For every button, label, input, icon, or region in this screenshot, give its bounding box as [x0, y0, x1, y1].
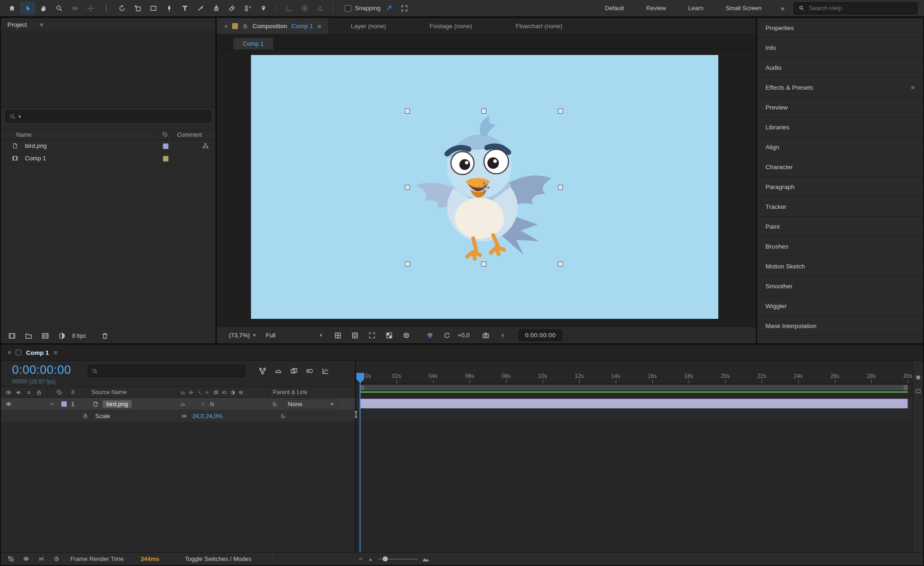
exposure-value[interactable]: +0,0 — [458, 332, 470, 339]
dock-tab-brushes[interactable]: Brushes — [757, 237, 923, 256]
3d-view-icon[interactable] — [400, 329, 412, 341]
hide-shy-layers-icon[interactable] — [272, 365, 284, 377]
dock-tab-effects-presets[interactable]: Effects & Presets≡ — [757, 78, 923, 97]
snapshot-icon[interactable] — [480, 329, 492, 341]
work-area-bar[interactable] — [360, 385, 908, 390]
expand-render-time-pane-icon[interactable] — [50, 553, 63, 565]
help-search[interactable] — [794, 2, 918, 14]
label-color-chip[interactable] — [163, 156, 169, 162]
selection-handle[interactable] — [481, 109, 486, 114]
pen-tool[interactable] — [162, 1, 177, 15]
motion-blur-icon[interactable] — [303, 365, 316, 377]
snap-options-icon[interactable] — [381, 1, 396, 15]
layer-fx-switch[interactable]: fx — [210, 398, 214, 410]
zoom-out-mountain-icon[interactable] — [368, 556, 374, 562]
layer-quality-switch[interactable] — [201, 398, 206, 410]
new-composition-button[interactable] — [39, 330, 51, 341]
graph-editor-icon[interactable] — [319, 365, 331, 377]
scale-property-row[interactable]: Scale 24,0,24,0% — [1, 410, 355, 422]
dock-tab-preview[interactable]: Preview — [757, 97, 923, 117]
composition-canvas[interactable] — [251, 55, 718, 319]
comp-button-icon[interactable] — [915, 388, 921, 394]
dock-tab-paint[interactable]: Paint — [757, 217, 923, 237]
view-axis-mode-icon[interactable] — [313, 1, 328, 15]
type-tool[interactable] — [177, 1, 192, 15]
rectangle-tool[interactable] — [146, 1, 161, 15]
selection-handle[interactable] — [405, 185, 410, 190]
interpret-footage-button[interactable] — [6, 330, 18, 341]
roto-brush-tool[interactable] — [240, 1, 255, 15]
brush-tool[interactable] — [193, 1, 208, 15]
close-tab-icon[interactable]: × — [7, 349, 11, 356]
flowchart-tab[interactable]: Flowchart (none) — [494, 18, 584, 34]
project-item-name[interactable]: bird.png — [25, 142, 47, 149]
project-item-comp[interactable]: Comp 1 — [1, 152, 215, 165]
dolly-tool[interactable] — [99, 1, 114, 15]
layer-tab[interactable]: Layer (none) — [329, 18, 408, 34]
scale-value[interactable]: 24,0,24,0% — [192, 410, 223, 422]
workspace-learn[interactable]: Learn — [677, 0, 715, 16]
dock-tab-character[interactable]: Character — [757, 157, 923, 177]
mini-flowchart-icon[interactable] — [256, 365, 269, 377]
dock-tab-info[interactable]: Info — [757, 38, 923, 58]
workspace-overflow-button[interactable]: » — [772, 5, 793, 12]
project-item-name[interactable]: Comp 1 — [25, 155, 46, 162]
layer-duration-bar[interactable] — [360, 399, 908, 408]
footage-tab[interactable]: Footage (none) — [408, 18, 494, 34]
grid-guides-icon[interactable] — [331, 329, 344, 341]
frame-blending-icon[interactable] — [288, 365, 300, 377]
timeline-search[interactable] — [88, 365, 245, 377]
panel-menu-icon[interactable]: ≡ — [54, 349, 57, 356]
zoom-caret-icon[interactable] — [358, 556, 364, 562]
parent-pickwhip-icon[interactable] — [272, 398, 278, 410]
comp-viewer-tab[interactable]: Comp 1 — [233, 38, 273, 49]
puppet-pin-tool[interactable] — [256, 1, 271, 15]
region-of-interest-icon[interactable] — [366, 329, 378, 341]
toggle-switches-modes-button[interactable]: Toggle Switches / Modes — [185, 553, 251, 565]
zoom-slider-handle[interactable] — [383, 556, 388, 561]
bpc-button[interactable]: 8 bpc — [72, 333, 86, 339]
workspace-review[interactable]: Review — [635, 0, 677, 16]
hand-tool[interactable] — [36, 1, 51, 15]
dock-tab-smoother[interactable]: Smoother — [757, 276, 923, 296]
help-search-input[interactable] — [808, 4, 912, 12]
transparency-grid-icon[interactable] — [383, 329, 395, 341]
panel-menu-icon[interactable]: ≡ — [911, 84, 915, 91]
dock-tab-tracker[interactable]: Tracker — [757, 197, 923, 217]
column-name[interactable]: Name — [16, 132, 31, 138]
dock-tab-wiggler[interactable]: Wiggler — [757, 296, 923, 316]
trash-button[interactable] — [99, 330, 111, 341]
selection-handle[interactable] — [481, 262, 486, 267]
dock-tab-align[interactable]: Align — [757, 137, 923, 157]
pan-behind-tool[interactable] — [130, 1, 145, 15]
time-ruler[interactable]: 0s 02s 04s 06s 08s 10s 12s 14s 16s 18s 2… — [356, 361, 912, 384]
rotation-tool[interactable] — [115, 1, 129, 15]
column-parent-link[interactable]: Parent & Link — [273, 387, 307, 397]
snapping-toggle[interactable]: Snapping — [345, 5, 380, 12]
column-source-name[interactable]: Source Name — [92, 387, 127, 397]
selection-handle[interactable] — [405, 262, 410, 267]
layer-row[interactable]: 1 bird.png fx None ▾ — [1, 398, 355, 410]
column-comment[interactable]: Comment — [177, 132, 202, 138]
dock-tab-motion-sketch[interactable]: Motion Sketch — [757, 256, 923, 276]
selection-handle[interactable] — [405, 109, 410, 114]
world-axis-mode-icon[interactable] — [297, 1, 312, 15]
anchor-point-icon[interactable] — [478, 182, 490, 194]
snap-bounds-icon[interactable] — [397, 1, 412, 15]
magnification-dropdown[interactable]: (73,7%) ▾ — [229, 332, 256, 339]
stopwatch-icon[interactable] — [82, 410, 88, 422]
close-tab-icon[interactable]: × — [224, 23, 228, 30]
show-snapshot-icon[interactable] — [497, 329, 509, 341]
dock-tab-libraries[interactable]: Libraries — [757, 117, 923, 137]
link-dimensions-icon[interactable] — [181, 410, 187, 422]
snapping-checkbox[interactable] — [345, 5, 351, 12]
dock-tab-mask-interpolation[interactable]: Mask Interpolation — [757, 316, 923, 336]
composition-tab[interactable]: × Composition Comp 1 ≡ — [217, 18, 329, 34]
pan-camera-tool[interactable] — [83, 1, 98, 15]
expand-in-out-panes-icon[interactable] — [35, 553, 48, 565]
selection-handle[interactable] — [558, 109, 563, 114]
reset-exposure-icon[interactable] — [441, 329, 453, 341]
project-panel-title[interactable]: Project — [7, 21, 27, 28]
home-button[interactable] — [5, 1, 19, 15]
timeline-zoom-slider[interactable] — [378, 559, 418, 560]
